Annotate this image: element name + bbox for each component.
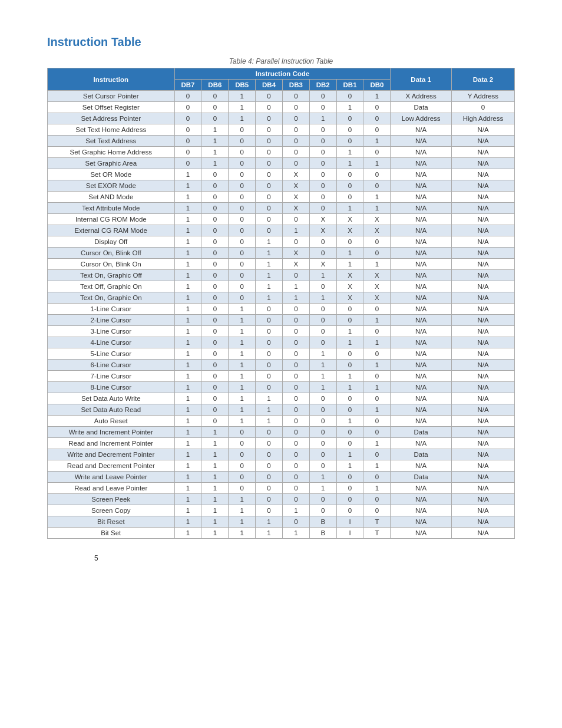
instruction-code-bit: 1: [336, 102, 363, 113]
data-value: N/A: [391, 292, 452, 304]
instruction-code-bit: 0: [282, 416, 309, 427]
instruction-code-bit: 0: [363, 449, 391, 460]
instruction-code-bit: 0: [363, 169, 391, 180]
instruction-code-bit: 0: [229, 192, 256, 203]
instruction-code-bit: 1: [201, 494, 229, 505]
instruction-code-bit: 0: [309, 236, 336, 248]
data-value: N/A: [391, 460, 452, 472]
instruction-code-bit: 0: [256, 225, 283, 236]
instruction-code-bit: 1: [363, 203, 391, 214]
instruction-code-bit: 0: [201, 113, 229, 124]
instruction-name: Write and Decrement Pointer: [48, 449, 175, 460]
table-row: Set AND Mode1000X001N/AN/A: [48, 192, 515, 203]
data-value: N/A: [451, 516, 514, 528]
instruction-code-bit: 0: [309, 192, 336, 203]
instruction-code-bit: 1: [229, 360, 256, 371]
instruction-code-bit: 0: [282, 113, 309, 124]
instruction-code-bit: 1: [201, 438, 229, 449]
instruction-code-bit: 0: [229, 180, 256, 192]
instruction-code-bit: 1: [201, 147, 229, 158]
instruction-code-bit: 1: [229, 337, 256, 348]
instruction-code-bit: 1: [256, 528, 283, 539]
instruction-code-bit: 0: [282, 236, 309, 248]
instruction-code-bit: 0: [174, 113, 201, 124]
instruction-code-bit: T: [363, 516, 391, 528]
instruction-code-bit: 1: [201, 158, 229, 169]
instruction-code-bit: 0: [229, 292, 256, 304]
instruction-name: External CG RAM Mode: [48, 225, 175, 236]
instruction-code-bit: 0: [174, 102, 201, 113]
table-caption: Table 4: Parallel Instruction Table: [47, 57, 515, 65]
table-row: Write and Decrement Pointer11000010DataN…: [48, 449, 515, 460]
instruction-code-bit: 1: [229, 326, 256, 337]
instruction-code-bit: 1: [282, 281, 309, 292]
instruction-code-bit: 1: [229, 516, 256, 528]
instruction-code-bit: 1: [229, 528, 256, 539]
table-row: 7-Line Cursor10100110N/AN/A: [48, 371, 515, 382]
data-value: N/A: [451, 259, 514, 270]
col-header-db5: DB5: [229, 80, 256, 91]
data-value: N/A: [391, 393, 452, 404]
instruction-code-bit: 1: [174, 382, 201, 393]
instruction-code-bit: 1: [282, 292, 309, 304]
col-header-db6: DB6: [201, 80, 229, 91]
instruction-code-bit: 1: [336, 460, 363, 472]
data-value: N/A: [451, 427, 514, 438]
instruction-code-bit: 1: [174, 259, 201, 270]
instruction-name: Auto Reset: [48, 416, 175, 427]
instruction-code-bit: 1: [174, 460, 201, 472]
instruction-code-bit: 0: [309, 158, 336, 169]
instruction-name: Set Text Address: [48, 136, 175, 147]
instruction-name: Screen Peek: [48, 494, 175, 505]
instruction-code-bit: 0: [363, 505, 391, 516]
instruction-code-bit: X: [282, 248, 309, 259]
data-value: Data: [391, 427, 452, 438]
data-value: N/A: [451, 326, 514, 337]
data-value: N/A: [451, 393, 514, 404]
instruction-code-bit: X: [363, 281, 391, 292]
instruction-code-bit: 0: [282, 382, 309, 393]
instruction-code-bit: 1: [363, 382, 391, 393]
instruction-code-bit: 0: [282, 483, 309, 494]
instruction-code-bit: 0: [309, 494, 336, 505]
instruction-code-bit: 0: [282, 371, 309, 382]
instruction-code-bit: 0: [201, 102, 229, 113]
instruction-code-bit: 0: [201, 304, 229, 315]
instruction-code-bit: 0: [256, 494, 283, 505]
instruction-code-bit: 0: [201, 371, 229, 382]
instruction-code-bit: 0: [309, 180, 336, 192]
instruction-code-bit: 0: [336, 180, 363, 192]
data-value: N/A: [451, 203, 514, 214]
instruction-code-bit: 0: [309, 91, 336, 102]
instruction-code-bit: 0: [309, 136, 336, 147]
instruction-code-bit: 0: [229, 281, 256, 292]
instruction-code-bit: 1: [282, 528, 309, 539]
table-row: Text Attribute Mode1000X011N/AN/A: [48, 203, 515, 214]
instruction-code-bit: 1: [363, 136, 391, 147]
instruction-code-bit: 0: [229, 124, 256, 136]
instruction-code-bit: 1: [336, 203, 363, 214]
instruction-code-bit: 0: [309, 449, 336, 460]
instruction-code-bit: 0: [201, 214, 229, 225]
instruction-code-bit: 0: [201, 203, 229, 214]
data-value: N/A: [451, 337, 514, 348]
instruction-code-bit: 0: [336, 124, 363, 136]
instruction-name: Set AND Mode: [48, 192, 175, 203]
instruction-name: Set Graphic Home Address: [48, 147, 175, 158]
data-value: N/A: [451, 147, 514, 158]
instruction-name: Set Cursor Pointer: [48, 91, 175, 102]
instruction-code-bit: 0: [229, 438, 256, 449]
instruction-code-bit: 0: [256, 483, 283, 494]
instruction-name: 5-Line Cursor: [48, 348, 175, 360]
instruction-code-bit: X: [336, 225, 363, 236]
instruction-code-bit: 0: [201, 315, 229, 326]
instruction-name: Text Attribute Mode: [48, 203, 175, 214]
data-value: N/A: [391, 147, 452, 158]
col-header-instruction: Instruction: [48, 68, 175, 91]
instruction-code-bit: 0: [363, 472, 391, 483]
instruction-code-bit: 0: [363, 494, 391, 505]
instruction-code-bit: 1: [174, 214, 201, 225]
instruction-code-bit: 0: [363, 304, 391, 315]
instruction-code-bit: 0: [282, 91, 309, 102]
data-value: N/A: [451, 315, 514, 326]
